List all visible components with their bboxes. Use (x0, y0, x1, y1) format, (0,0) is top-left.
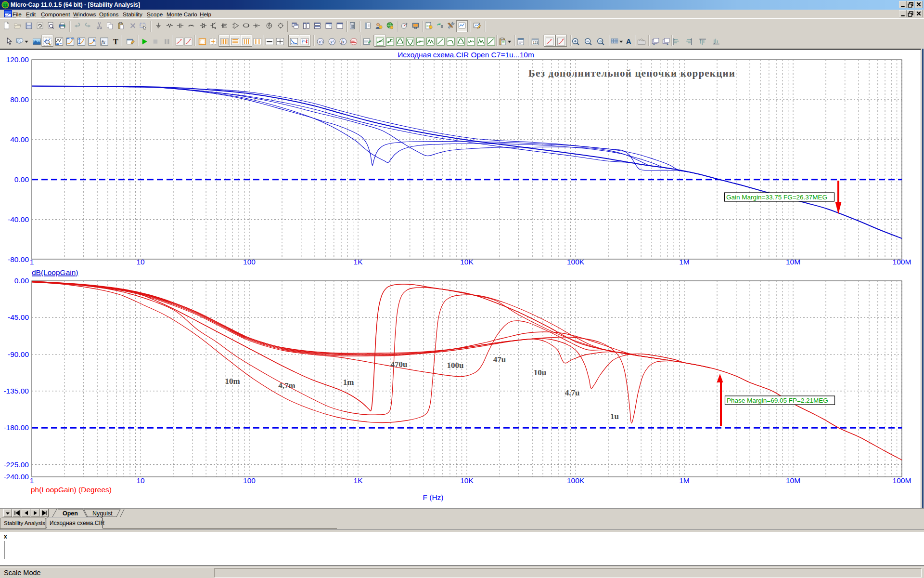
svg-text:100u: 100u (447, 361, 464, 370)
svg-text:-135.00: -135.00 (3, 387, 29, 395)
svg-text:-45.00: -45.00 (8, 313, 29, 321)
svg-text:100M: 100M (893, 258, 911, 266)
svg-text:1: 1 (30, 258, 34, 266)
svg-text:F (Hz): F (Hz) (423, 493, 443, 501)
svg-text:40.00: 40.00 (10, 135, 29, 144)
svg-text:Stability Analysis: Stability Analysis (4, 520, 45, 526)
svg-text:470u: 470u (391, 360, 408, 369)
svg-text:-40.00: -40.00 (8, 215, 29, 223)
svg-text:4.7u: 4.7u (565, 388, 580, 397)
svg-text:1M: 1M (679, 476, 690, 485)
svg-text:10m: 10m (225, 377, 240, 386)
svg-text:Open: Open (63, 510, 78, 517)
svg-text:100M: 100M (893, 476, 911, 485)
svg-text:1m: 1m (343, 378, 354, 387)
svg-text:ph(LoopGain) (Degrees): ph(LoopGain) (Degrees) (31, 486, 112, 494)
svg-text:1K: 1K (354, 258, 363, 266)
svg-text:1u: 1u (610, 412, 619, 421)
svg-text:80.00: 80.00 (10, 95, 29, 104)
svg-text:-90.00: -90.00 (8, 350, 29, 358)
svg-text:10M: 10M (786, 258, 800, 266)
svg-text:47u: 47u (493, 355, 506, 364)
svg-text:10: 10 (136, 258, 145, 266)
svg-text:fx: fx (102, 39, 105, 45)
svg-text:10: 10 (136, 476, 145, 485)
svg-text:-225.00: -225.00 (3, 460, 29, 469)
svg-text:-180.00: -180.00 (3, 423, 29, 432)
svg-text:-80.00: -80.00 (8, 255, 29, 263)
svg-text:100: 100 (243, 476, 256, 485)
svg-text:fx: fx (341, 39, 345, 44)
svg-text:100K: 100K (567, 476, 585, 485)
svg-text:10M: 10M (786, 476, 800, 485)
svg-text:100: 100 (243, 258, 256, 266)
svg-text:10u: 10u (534, 368, 546, 377)
svg-text:1: 1 (30, 476, 34, 485)
svg-text:100: 100 (598, 40, 603, 43)
svg-text:10K: 10K (460, 258, 474, 266)
svg-text:0.00: 0.00 (14, 175, 29, 184)
svg-text:A: A (626, 38, 631, 45)
svg-text:Phase Margin=69.05 FP=2.21MEG: Phase Margin=69.05 FP=2.21MEG (727, 397, 828, 404)
svg-text:x: x (319, 39, 321, 44)
svg-text:Исходная схема.CIR: Исходная схема.CIR (50, 520, 105, 526)
svg-text:Gain Margin=33.75 FG=26.37MEG: Gain Margin=33.75 FG=26.37MEG (726, 194, 827, 201)
svg-text:10K: 10K (460, 476, 474, 485)
svg-text:120.00: 120.00 (6, 55, 29, 64)
svg-text:123: 123 (533, 41, 539, 44)
svg-text:11: 11 (3, 3, 8, 8)
svg-text:Nyquist: Nyquist (92, 510, 113, 517)
svg-text:Без дополнительной цепочки кор: Без дополнительной цепочки коррекции (528, 67, 735, 79)
svg-text:0.00: 0.00 (14, 276, 29, 285)
svg-text:T: T (113, 38, 118, 46)
svg-text:Исходная схема.CIR Open C7=1u.: Исходная схема.CIR Open C7=1u...10m (398, 51, 534, 59)
svg-text:-240.00: -240.00 (3, 473, 29, 481)
svg-text:1M: 1M (679, 258, 690, 266)
svg-text:y: y (330, 39, 333, 44)
svg-text:100K: 100K (567, 258, 585, 266)
svg-text:4,7m: 4,7m (278, 381, 295, 390)
svg-text:1K: 1K (354, 476, 363, 485)
svg-text:dB(LoopGain): dB(LoopGain) (32, 268, 78, 276)
